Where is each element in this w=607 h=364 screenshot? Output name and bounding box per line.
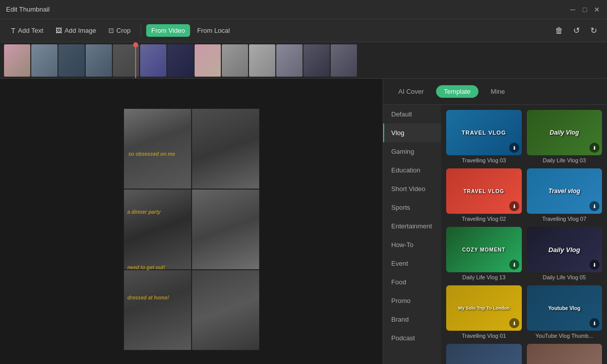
delete-button[interactable]: 🗑 [552,23,567,38]
canvas-cell-2 [192,108,260,189]
category-item-entertainment[interactable]: Entertainment [383,217,441,235]
template-item-daily-life-vlog-05[interactable]: Daily Vlog ⬇ Daily Life Vlog 05 [527,227,602,280]
redo-icon: ↻ [590,26,597,35]
template-item-daily-life-vlog-03[interactable]: Daily Vlog ⬇ Daily Life Vlog 03 [527,110,602,163]
download-icon-4[interactable]: ⬇ [589,201,599,211]
undo-button[interactable]: ↺ [569,23,584,38]
close-button[interactable]: ✕ [593,6,601,14]
playhead-marker [135,42,136,78]
template-item-youtube-vlog-thumb-1[interactable]: Youtube Vlog ⬇ YouTube Vlog Thumb... [527,285,602,339]
timeline-thumb-1 [4,44,30,77]
from-local-button[interactable]: From Local [192,24,235,37]
canvas-cell-4 [192,189,260,270]
template-item-travelling-vlog-07[interactable]: Travel vlog ⬇ Travelling Vlog 07 [527,168,602,222]
add-text-icon: T [11,27,16,35]
canvas-panel: so obsessed on me a dinner party need to… [0,79,383,364]
canvas-area[interactable]: so obsessed on me a dinner party need to… [0,79,383,364]
add-image-button[interactable]: 🖼 Add Image [50,24,101,37]
category-item-podcast[interactable]: Podcast [383,329,441,347]
download-icon-3[interactable]: ⬇ [509,201,519,211]
timeline-thumb-9 [222,44,248,77]
title-bar-controls: ─ □ ✕ [569,6,601,14]
template-thumb-travelling-vlog-03: TRAVEL VLOG ⬇ [446,110,522,155]
template-item-travelling-vlog-01[interactable]: My Solo Trip To London ⬇ Travelling Vlog… [446,285,522,339]
tab-template[interactable]: Template [436,85,479,98]
category-item-event[interactable]: Event [383,254,441,273]
template-grid: TRAVEL VLOG ⬇ Travelling Vlog 03 Daily V… [441,105,607,364]
timeline-thumb-8 [195,44,221,77]
category-item-gaming[interactable]: Gaming [383,142,441,161]
category-item-default[interactable]: Default [383,105,441,124]
redo-button[interactable]: ↻ [586,23,601,38]
minimize-button[interactable]: ─ [569,6,577,14]
template-thumb-daily-life-vlog-05: Daily Vlog ⬇ [527,227,602,272]
timeline-strip[interactable] [0,42,607,79]
toolbar: T Add Text 🖼 Add Image ⊡ Crop From Video… [0,19,607,42]
download-icon-8[interactable]: ⬇ [589,318,599,328]
right-panel: AI Cover Template Mine Default Vlog Gami… [383,79,607,364]
timeline-thumb-13 [331,44,357,77]
panel-tabs: AI Cover Template Mine [383,79,607,105]
category-item-short-video[interactable]: Short Video [383,179,441,198]
download-icon-7[interactable]: ⬇ [509,318,519,328]
title-bar: Edit Thumbnail ─ □ ✕ [0,0,607,19]
template-thumb-youtube-vlog-3: My Vlog ⬇ [527,344,602,364]
template-item-youtube-vlog-thumb-2[interactable]: Youtube Vlog ⬇ YouTube Vlog Thumb... [446,344,522,364]
timeline-thumb-3 [58,44,85,77]
template-label-7: Travelling Vlog 01 [446,333,522,339]
template-thumb-youtube-vlog-1: Youtube Vlog ⬇ [527,285,602,331]
template-item-daily-life-vlog-13[interactable]: COZY MOMENT ⬇ Daily Life Vlog 13 [446,227,522,280]
add-image-icon: 🖼 [55,27,62,34]
category-item-food[interactable]: Food [383,273,441,291]
download-icon-1[interactable]: ⬇ [509,143,519,153]
category-list: Default Vlog Gaming Education Short Vide… [383,105,441,364]
timeline-thumb-4 [86,44,112,77]
category-item-vlog[interactable]: Vlog [383,124,441,142]
canvas-cell-3 [124,189,192,270]
template-label-8: YouTube Vlog Thumb... [527,333,602,339]
template-thumb-daily-life-vlog-03: Daily Vlog ⬇ [527,110,602,155]
canvas-cell-6 [192,270,260,350]
download-icon-6[interactable]: ⬇ [589,260,599,270]
timeline-thumb-11 [276,44,302,77]
tab-mine[interactable]: Mine [482,85,513,98]
crop-icon: ⊡ [108,27,114,34]
timeline-thumb-12 [304,44,330,77]
timeline-thumb-10 [249,44,275,77]
add-text-button[interactable]: T Add Text [6,24,48,37]
template-thumb-travelling-vlog-02: TRAVEL VLOG ⬇ [446,168,522,214]
category-item-education[interactable]: Education [383,161,441,179]
main-area: so obsessed on me a dinner party need to… [0,79,607,364]
template-item-travelling-vlog-03[interactable]: TRAVEL VLOG ⬇ Travelling Vlog 03 [446,110,522,163]
template-bg-9: Youtube Vlog [446,344,522,364]
tab-ai-cover[interactable]: AI Cover [390,85,432,98]
download-icon-2[interactable]: ⬇ [589,143,599,153]
template-item-youtube-vlog-thumb-3[interactable]: My Vlog ⬇ YouTube Vlog Thumb... [527,344,602,364]
template-bg-10: My Vlog [527,344,602,364]
canvas-cell-5 [124,270,192,350]
template-label-3: Travelling Vlog 02 [446,216,522,222]
undo-icon: ↺ [573,26,580,35]
crop-button[interactable]: ⊡ Crop [103,24,136,37]
window-title: Edit Thumbnail [6,6,49,13]
template-label-2: Daily Life Vlog 03 [527,157,602,163]
template-item-travelling-vlog-02[interactable]: TRAVEL VLOG ⬇ Travelling Vlog 02 [446,168,522,222]
download-icon-5[interactable]: ⬇ [509,260,519,270]
from-video-button[interactable]: From Video [146,24,190,37]
category-item-how-to[interactable]: How-To [383,235,441,254]
category-item-sports[interactable]: Sports [383,198,441,217]
template-label-1: Travelling Vlog 03 [446,157,522,163]
template-thumb-travelling-vlog-01: My Solo Trip To London ⬇ [446,285,522,331]
canvas-content: so obsessed on me a dinner party need to… [124,108,260,350]
toolbar-separator [141,25,141,37]
title-bar-left: Edit Thumbnail [6,6,49,13]
template-label-6: Daily Life Vlog 05 [527,274,602,280]
template-thumb-daily-life-vlog-13: COZY MOMENT ⬇ [446,227,522,272]
canvas-grid [124,108,260,350]
category-item-brand[interactable]: Brand [383,310,441,329]
category-item-promo[interactable]: Promo [383,291,441,310]
delete-icon: 🗑 [555,26,563,35]
maximize-button[interactable]: □ [581,6,589,14]
timeline-thumb-6 [140,44,166,77]
template-thumb-travelling-vlog-07: Travel vlog ⬇ [527,168,602,214]
